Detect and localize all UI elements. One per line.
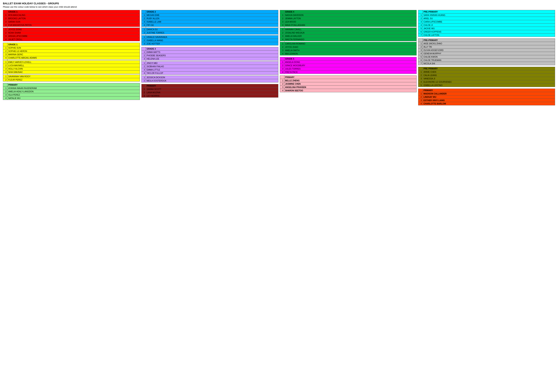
table-row: 2LANA MUZINA	[141, 91, 278, 94]
table-row: 4TAYLOR FULLOP	[141, 71, 278, 75]
group-header-label: PRE PRIMARY	[423, 67, 555, 70]
row-number: 4	[3, 96, 8, 100]
row-name: ZOE HOTTER	[146, 42, 278, 45]
table-row: 4CHARLOTTE ABIGAIL ADAMS	[3, 56, 140, 60]
row-name: RUBY ALLEN	[146, 17, 278, 20]
group-table-preprimary-olive: PRE PRIMARY1ANNIE CHEN2CALIA LEANG3VANES…	[418, 67, 555, 87]
row-name: SHARON SEETOO	[284, 89, 417, 92]
group-header-label: GRADE 1:	[8, 10, 140, 14]
row-name: BROOKE LAYTON	[8, 17, 140, 20]
row-name: BELLE ZHENG	[284, 79, 417, 82]
row-name: ANNIE CHEN	[423, 70, 555, 74]
row-name: MEGAN EWE	[146, 14, 278, 17]
row-number: 2	[141, 39, 146, 42]
table-row: 3LEA WOOD	[280, 20, 417, 24]
row-number: 1	[418, 92, 423, 96]
group-header-label: PRIMARY	[284, 76, 417, 79]
table-row: 4NIVA SIMUNAC	[3, 70, 140, 74]
table-row: 1AIGE (NICKI) ZHAO	[418, 42, 555, 45]
row-number: 3	[3, 93, 8, 96]
row-name: GENEVA MURPHY	[423, 52, 555, 55]
table-row: 3AMELIA SMITH	[280, 49, 417, 52]
row-name: JINGYI MEI	[146, 61, 278, 65]
row-number: 1	[280, 28, 284, 31]
group-table-primary-darkred: PRIMARY1SARAH SCOTT2LANA MUZINA3LILY MOR…	[141, 84, 278, 97]
row-number: 1	[141, 51, 146, 54]
row-name: ARIEL SU	[423, 17, 555, 20]
row-number: 4	[418, 52, 423, 55]
page-title: BALLET EXAM HOLIDAY CLASSES - GROUPS	[3, 2, 555, 5]
group-num-header	[3, 83, 8, 87]
row-number: 1	[280, 42, 284, 45]
table-row: 2CALIA LEANG	[418, 74, 555, 77]
row-number: 7	[418, 62, 423, 65]
table-row: 4JULIET CROLL	[3, 38, 140, 41]
table-row: 1CAROLINA ROMANO	[280, 42, 417, 45]
column-1: GRADE 1:1MYA MAGCALING2BROOKE LAYTON3SAR…	[3, 10, 140, 100]
row-number: 1	[141, 35, 146, 39]
table-row: 1ANGELA DONG	[280, 61, 417, 64]
row-name: GRACE WOODBURY	[284, 64, 417, 67]
group-table-grade1-yellow: GRADE 1:1SOPHIE SUN2SOPHIE LE HERON3MARI…	[3, 43, 140, 81]
table-row: 3CIARA LIPSCOMBE	[418, 20, 555, 24]
row-name: AIGE (NICKI) ZHAO	[423, 42, 555, 45]
row-number: 2	[141, 17, 146, 20]
row-number: 4	[3, 38, 8, 41]
row-name: NICOLA SHI	[423, 62, 555, 65]
row-name: JOYCE ZHAO	[284, 45, 417, 49]
row-name: NATALIE WU	[8, 96, 140, 100]
row-number: 6	[418, 59, 423, 62]
group-table-grade2-blue: GRADE 21MEGAN EWE2RUBY ALLEN3ISABELLE LA…	[141, 10, 278, 45]
row-number: 2	[141, 31, 146, 35]
row-name: SARAH SCOTT	[146, 87, 278, 91]
group-table-primary-orangered: PRIMARY1MADISON CALLANDER2LINDSAY WU3EST…	[418, 88, 555, 105]
row-name: EMMA WATTS	[146, 51, 278, 54]
row-name: AYANNA IMAAN RAJENDRAM	[8, 87, 140, 90]
row-number: 4	[418, 80, 423, 84]
row-name: ELEONORE LE GOURVENEC	[423, 80, 555, 84]
row-name: JUSTINE TORRES	[146, 31, 278, 35]
table-row: 2ARIEL SU	[418, 17, 555, 20]
row-name: ANGELA DONG	[284, 61, 417, 64]
row-name: MIA LENNON	[284, 52, 417, 55]
row-number: 2	[141, 54, 146, 57]
row-number: 1	[3, 28, 8, 31]
row-number: 2	[418, 45, 423, 49]
row-number: 7	[418, 34, 423, 37]
table-row: 2SIOBHAN FIALHO	[141, 65, 278, 68]
row-name: JOYCE DONG	[8, 28, 140, 31]
row-number: 2	[141, 79, 146, 82]
row-name: CHLOE JI	[423, 24, 555, 27]
table-row: 4SHARON SEETOO	[280, 89, 417, 92]
row-name: FIFI GE	[146, 24, 278, 27]
table-row: 3LILY MORRIS	[141, 94, 278, 97]
row-number: 4	[418, 24, 423, 27]
row-number: 2	[3, 64, 8, 67]
row-number: 3	[141, 42, 146, 45]
row-number: 4	[280, 70, 284, 74]
table-row: 1ANNIE CHEN	[418, 70, 555, 74]
table-row: 1EMILY HARVEY-LOVELL	[3, 61, 140, 64]
row-number: 1	[280, 14, 284, 17]
row-number: 5	[418, 84, 423, 87]
table-row: 1MEGAN EWE	[141, 14, 278, 17]
row-number: 3	[141, 68, 146, 71]
row-name: SARA XINRAN HUANG	[423, 14, 555, 17]
table-row: 2LUCA MAXWELL	[3, 64, 140, 67]
group-header-label: PRIMARY	[8, 83, 140, 87]
table-row: 2BROOKE LAYTON	[3, 17, 140, 20]
row-number: 1	[141, 28, 146, 31]
row-name: SARAH SUN	[8, 20, 140, 24]
group-header-label: PRIMARY	[423, 89, 555, 92]
row-number: 3	[3, 35, 8, 38]
row-number: 3	[280, 20, 284, 24]
row-number: 2	[418, 74, 423, 77]
row-name: EMMA LITTLE	[146, 68, 278, 71]
table-row: 4FIFI GE	[141, 24, 278, 27]
row-number: 2	[280, 31, 284, 35]
table-row: 1DANICA SU	[141, 28, 278, 31]
row-number: 3	[280, 49, 284, 52]
row-number: 4	[280, 52, 284, 55]
row-name: ISABELLE LAM	[146, 20, 278, 24]
table-row: 3ARIHIA LIPSCOMBE	[3, 35, 140, 38]
